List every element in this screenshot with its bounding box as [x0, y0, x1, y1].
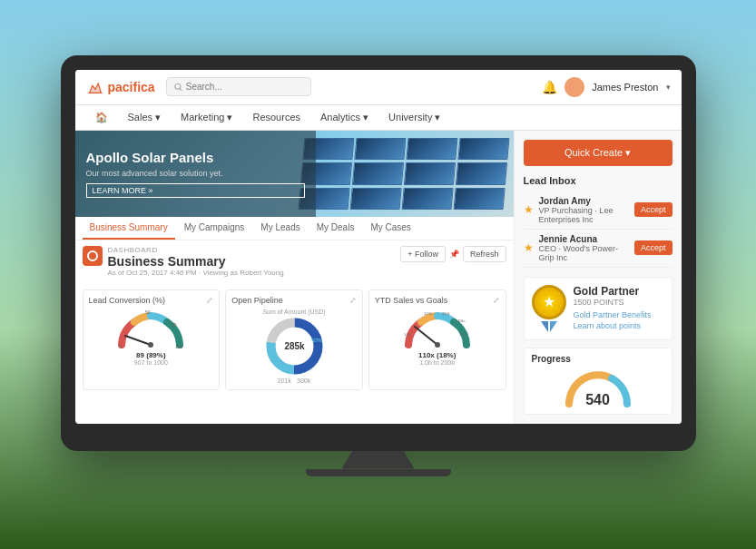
partner-inner: ★ Gold Partner 1500 POINTS — [532, 285, 664, 332]
logo: pacifica — [86, 80, 155, 94]
search-bar[interactable] — [166, 77, 311, 96]
search-input[interactable] — [186, 82, 303, 92]
lead-info-jordan: Jordan Amy VP Purchasing · Lee Enterpris… — [539, 196, 629, 224]
gauge-svg-lead-conversion: 0 50 80 100 — [114, 309, 187, 349]
dashboard-header: DASHBOARD Business Summary As of Oct 25,… — [83, 246, 506, 277]
dashboard-icon-inner — [87, 250, 98, 261]
metric-expand-open-pipeline[interactable]: ⤢ — [349, 296, 357, 305]
svg-text:285k: 285k — [284, 341, 305, 351]
nav-home[interactable]: 🏠 — [86, 105, 117, 130]
metric-label-lead-conversion: Lead Conversion (%) — [89, 296, 166, 305]
gauge-lead-conversion: 0 50 80 100 — [114, 309, 187, 349]
metric-title-lead-conversion: Lead Conversion (%) ⤢ — [89, 296, 214, 305]
banner-overlay: Apollo Solar Panels Our most advanced so… — [75, 131, 317, 217]
svg-text:50: 50 — [145, 309, 151, 315]
medal: ★ — [532, 285, 566, 332]
partner-text: Gold Partner 1500 POINTS Gold Partner Be… — [574, 285, 652, 330]
svg-point-19 — [435, 342, 440, 348]
lead-star-icon-jordan: ★ — [524, 203, 534, 216]
donut-bottom-label-1: 201k — [278, 377, 291, 384]
dashboard-icon — [83, 246, 103, 266]
partner-link-benefits[interactable]: Gold Partner Benefits — [574, 310, 652, 319]
progress-title: Progress — [532, 354, 664, 364]
solar-cell — [406, 138, 457, 160]
tabs: Business Summary My Campaigns My Leads M… — [75, 217, 514, 240]
user-dropdown-arrow[interactable]: ▾ — [666, 83, 671, 92]
tab-my-cases[interactable]: My Cases — [363, 217, 417, 240]
solar-cell — [456, 162, 507, 184]
svg-text:0: 0 — [119, 344, 122, 349]
tab-my-deals[interactable]: My Deals — [309, 217, 362, 240]
accept-button-jennie[interactable]: Accept — [634, 240, 673, 255]
solar-cell — [401, 187, 453, 209]
svg-text:1.0b: 1.0b — [404, 332, 412, 337]
monitor-screen: pacifica 🔔 James Preston ▾ — [75, 70, 682, 424]
partner-title: Gold Partner — [574, 285, 652, 298]
header: pacifica 🔔 James Preston ▾ — [75, 70, 682, 105]
header-right: 🔔 James Preston ▾ — [542, 77, 670, 97]
lead-info-jennie: Jennie Acuna CEO · Wood's Power-Grip Inc — [539, 234, 629, 262]
metric-card-open-pipeline: Open Pipeline ⤢ Sum of Amount (USD) — [225, 289, 363, 390]
donut-bottom-label-2: 300k — [297, 377, 310, 384]
svg-line-5 — [125, 336, 151, 345]
partner-links: Gold Partner Benefits Learn about points — [574, 310, 652, 330]
svg-line-18 — [415, 327, 437, 345]
tab-my-leads[interactable]: My Leads — [253, 217, 307, 240]
search-icon — [174, 83, 182, 92]
follow-button[interactable]: + Follow — [400, 246, 446, 262]
main-content: Apollo Solar Panels Our most advanced so… — [75, 131, 682, 424]
lead-item-jordan: ★ Jordan Amy VP Purchasing · Lee Enterpr… — [524, 191, 673, 230]
tab-business-summary[interactable]: Business Summary — [83, 217, 175, 240]
progress-section: Progress 540 — [524, 348, 673, 415]
dashboard-actions: + Follow 📌 Refresh — [400, 246, 506, 262]
metric-title-open-pipeline: Open Pipeline ⤢ — [231, 296, 357, 305]
user-name: James Preston — [592, 82, 658, 93]
svg-point-6 — [148, 342, 153, 348]
banner-subtitle: Our most advanced solar solution yet. — [86, 169, 306, 178]
nav-university[interactable]: University ▾ — [379, 105, 449, 130]
metric-expand-lead-conversion[interactable]: ⤢ — [206, 296, 213, 305]
pacifica-logo-icon — [86, 80, 104, 94]
gauge-sublabel-lead-conversion: 907 to 1000 — [89, 359, 214, 366]
tab-my-campaigns[interactable]: My Campaigns — [177, 217, 252, 240]
solar-cell — [349, 187, 401, 209]
gauge-ytd-sales: 1.0b 122k 334k 440k+ 550+ — [401, 309, 474, 349]
svg-text:80: 80 — [172, 322, 177, 328]
nav-sales[interactable]: Sales ▾ — [119, 105, 171, 130]
solar-cell — [404, 162, 456, 184]
solar-cell — [354, 138, 406, 160]
gauge-svg-ytd-sales: 1.0b 122k 334k 440k+ 550+ — [401, 309, 474, 349]
metric-card-lead-conversion: Lead Conversion (%) ⤢ — [83, 289, 221, 390]
solar-cell — [457, 138, 509, 160]
nav-analytics[interactable]: Analytics ▾ — [311, 105, 378, 130]
bell-icon[interactable]: 🔔 — [542, 80, 557, 94]
svg-text:334k: 334k — [442, 311, 450, 316]
refresh-button[interactable]: Refresh — [463, 246, 506, 262]
metric-expand-ytd-sales[interactable]: ⤢ — [493, 296, 500, 305]
nav-marketing[interactable]: Marketing ▾ — [172, 105, 241, 130]
banner-cta[interactable]: LEARN MORE » — [86, 183, 306, 198]
quick-create-button[interactable]: Quick Create ▾ — [524, 140, 673, 166]
medal-ribbon-right — [550, 321, 557, 332]
monitor-stand — [342, 451, 415, 469]
medal-ribbon-left — [541, 321, 548, 332]
metric-label-ytd-sales: YTD Sales vs Goals — [375, 296, 448, 305]
progress-number: 540 — [585, 392, 610, 408]
partner-link-learn[interactable]: Learn about points — [574, 321, 652, 330]
accept-button-jordan[interactable]: Accept — [634, 202, 673, 217]
gauge-label-ytd-sales: 110x (18%) — [375, 351, 500, 359]
svg-line-4 — [180, 88, 182, 90]
monitor-base — [306, 469, 451, 476]
nav: 🏠 Sales ▾ Marketing ▾ Resources Analytic… — [75, 105, 682, 131]
solar-cell — [352, 162, 404, 184]
sum-label: Sum of Amount (USD) — [231, 309, 357, 315]
lead-name-jennie: Jennie Acuna — [539, 234, 629, 244]
banner: Apollo Solar Panels Our most advanced so… — [75, 131, 514, 217]
dashboard-title: Business Summary — [108, 254, 401, 269]
gauge-label-lead-conversion: 89 (89%) — [89, 351, 214, 359]
donut-svg-open-pipeline: 527% 285k — [265, 317, 324, 376]
nav-resources[interactable]: Resources — [243, 105, 309, 129]
logo-text: pacifica — [108, 80, 155, 94]
svg-text:440k+: 440k+ — [456, 319, 466, 323]
partner-points: 1500 POINTS — [574, 298, 652, 307]
